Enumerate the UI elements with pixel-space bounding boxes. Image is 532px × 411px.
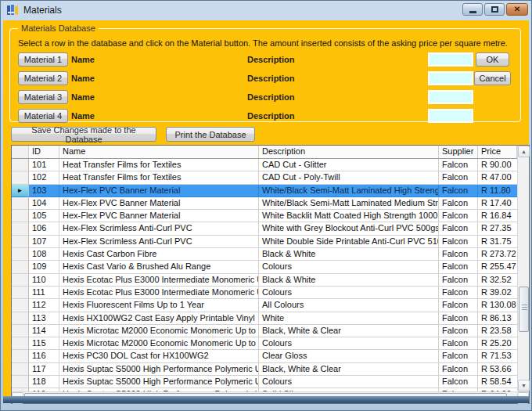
cell-supplier[interactable]: Falcon: [439, 299, 478, 312]
cell-price[interactable]: R 71.53: [478, 350, 517, 362]
cell-name[interactable]: Hex-Flex Scrimless Anti-Curl PVC: [59, 236, 259, 248]
corner-header-cell[interactable]: [12, 146, 29, 158]
cell-description[interactable]: All Colours: [259, 299, 439, 312]
material-1-button[interactable]: Material 1: [18, 52, 68, 67]
cell-supplier[interactable]: Falcon: [439, 287, 478, 299]
scroll-down-icon[interactable]: ▼: [518, 380, 530, 391]
cell-id[interactable]: 110: [29, 274, 59, 287]
cell-id[interactable]: 111: [29, 287, 59, 299]
cell-price[interactable]: R 17.40: [478, 197, 517, 210]
cancel-button[interactable]: Cancel: [474, 71, 511, 85]
cell-id[interactable]: 102: [29, 171, 59, 184]
cell-name[interactable]: Hexis Microtac M2000 Economic Monomeric …: [59, 325, 259, 337]
cell-description[interactable]: Colours: [259, 287, 439, 299]
table-row[interactable]: 101Heat Transfer Films for TextilesCAD C…: [12, 159, 517, 171]
table-row[interactable]: 113Hexis HX100WG2 Cast Easy Apply Printa…: [12, 312, 517, 325]
cell-supplier[interactable]: Falcon: [439, 236, 478, 248]
column-header-name[interactable]: Name: [59, 146, 259, 158]
cell-supplier[interactable]: Falcon: [439, 171, 478, 184]
cell-id[interactable]: 108: [29, 248, 59, 261]
vertical-scroll-thumb[interactable]: [519, 287, 529, 332]
table-row[interactable]: 115Hexis Microtac M2000 Economic Monomer…: [12, 337, 517, 350]
cell-name[interactable]: Hexis Suptac S5000 High Performance Poly…: [59, 376, 259, 388]
cell-name[interactable]: Hex-Flex PVC Banner Material: [59, 197, 259, 210]
cell-supplier[interactable]: Falcon: [439, 325, 478, 337]
row-selector-cell[interactable]: [12, 363, 29, 376]
row-selector-cell[interactable]: [12, 159, 29, 171]
cell-name[interactable]: Hexis Suptac S5000 High Performance Poly…: [59, 363, 259, 376]
cell-id[interactable]: 118: [29, 376, 59, 388]
cell-price[interactable]: R 39.02: [478, 287, 517, 299]
cell-supplier[interactable]: Falcon: [439, 261, 478, 273]
cell-price[interactable]: R 31.75: [478, 236, 517, 248]
cell-price[interactable]: R 255.47: [478, 261, 517, 273]
row-selector-cell[interactable]: [12, 248, 29, 261]
cell-id[interactable]: 109: [29, 261, 59, 273]
scroll-up-icon[interactable]: ▲: [518, 146, 530, 157]
amount-field-4[interactable]: [428, 109, 473, 123]
table-row[interactable]: 116Hexis PC30 DOL Cast for HX100WG2Clear…: [12, 350, 517, 362]
row-selector-cell[interactable]: [12, 312, 29, 325]
minimize-button[interactable]: [462, 3, 483, 16]
vertical-scrollbar[interactable]: ▲ ▼: [517, 146, 529, 391]
cell-price[interactable]: R 27.35: [478, 222, 517, 235]
cell-description[interactable]: Colours: [259, 376, 439, 388]
cell-supplier[interactable]: Falcon: [439, 274, 478, 287]
cell-name[interactable]: Heat Transfer Films for Textiles: [59, 159, 259, 171]
table-row[interactable]: 106Hex-Flex Scrimless Anti-Curl PVCWhite…: [12, 222, 517, 235]
table-row[interactable]: 110Hexis Ecotac Plus E3000 Intermediate …: [12, 274, 517, 287]
table-row[interactable]: 112Hexis Fluorescent Films Up to 1 YearA…: [12, 299, 517, 312]
cell-id[interactable]: 113: [29, 312, 59, 325]
cell-id[interactable]: 106: [29, 222, 59, 235]
print-database-button[interactable]: Print the Database: [166, 127, 255, 142]
cell-id[interactable]: 107: [29, 236, 59, 248]
cell-supplier[interactable]: Falcon: [439, 248, 478, 261]
close-button[interactable]: ✕: [506, 3, 528, 16]
material-4-button[interactable]: Material 4: [18, 109, 68, 123]
cell-name[interactable]: Hexis Ecotac Plus E3000 Intermediate Mon…: [59, 274, 259, 287]
row-selector-cell[interactable]: [12, 350, 29, 362]
table-row[interactable]: 104Hex-Flex PVC Banner MaterialWhite/Bla…: [12, 197, 517, 210]
cell-supplier[interactable]: Falcon: [439, 185, 478, 197]
cell-id[interactable]: 105: [29, 210, 59, 222]
cell-supplier[interactable]: Falcon: [439, 337, 478, 350]
cell-price[interactable]: R 58.54: [478, 376, 517, 388]
cell-supplier[interactable]: Falcon: [439, 159, 478, 171]
table-row[interactable]: ►103Hex-Flex PVC Banner MaterialWhite/Bl…: [12, 185, 517, 197]
cell-description[interactable]: Black, White & Clear: [259, 325, 439, 337]
cell-id[interactable]: 112: [29, 299, 59, 312]
cell-price[interactable]: R 273.72: [478, 248, 517, 261]
cell-price[interactable]: R 23.58: [478, 325, 517, 337]
row-selector-cell[interactable]: [12, 236, 29, 248]
cell-price[interactable]: R 47.00: [478, 171, 517, 184]
cell-name[interactable]: Hexis HX100WG2 Cast Easy Apply Printable…: [59, 312, 259, 325]
cell-id[interactable]: 117: [29, 363, 59, 376]
cell-supplier[interactable]: Falcon: [439, 210, 478, 222]
cell-id[interactable]: 114: [29, 325, 59, 337]
cell-description[interactable]: White Backlit Matt Coated High Strength …: [259, 210, 439, 222]
row-selector-cell[interactable]: [12, 325, 29, 337]
table-row[interactable]: 109Hexis Cast Vario & Brushed Alu RangeC…: [12, 261, 517, 273]
cell-price[interactable]: R 16.84: [478, 210, 517, 222]
row-selector-cell[interactable]: [12, 274, 29, 287]
cell-name[interactable]: Hexis Microtac M2000 Economic Monomeric …: [59, 337, 259, 350]
cell-description[interactable]: White/Black Semi-Matt Laminated Medium S…: [259, 197, 439, 210]
cell-name[interactable]: Hexis Cast Carbon Fibre: [59, 248, 259, 261]
cell-price[interactable]: R 86.13: [478, 312, 517, 325]
cell-price[interactable]: R 53.66: [478, 363, 517, 376]
cell-name[interactable]: Hexis PC30 DOL Cast for HX100WG2: [59, 350, 259, 362]
table-row[interactable]: 111Hexis Ecotac Plus E3000 Intermediate …: [12, 287, 517, 299]
cell-id[interactable]: 101: [29, 159, 59, 171]
cell-description[interactable]: CAD Cut - Glitter: [259, 159, 439, 171]
cell-supplier[interactable]: Falcon: [439, 312, 478, 325]
cell-price[interactable]: R 130.08: [478, 299, 517, 312]
row-selector-cell[interactable]: [12, 197, 29, 210]
cell-description[interactable]: White: [259, 312, 439, 325]
cell-price[interactable]: R 25.20: [478, 337, 517, 350]
table-row[interactable]: 102Heat Transfer Films for TextilesCAD C…: [12, 171, 517, 184]
cell-supplier[interactable]: Falcon: [439, 376, 478, 388]
row-selector-cell[interactable]: [12, 210, 29, 222]
cell-description[interactable]: Colours: [259, 337, 439, 350]
table-row[interactable]: 117Hexis Suptac S5000 High Performance P…: [12, 363, 517, 376]
table-row[interactable]: 108Hexis Cast Carbon FibreBlack & WhiteF…: [12, 248, 517, 261]
